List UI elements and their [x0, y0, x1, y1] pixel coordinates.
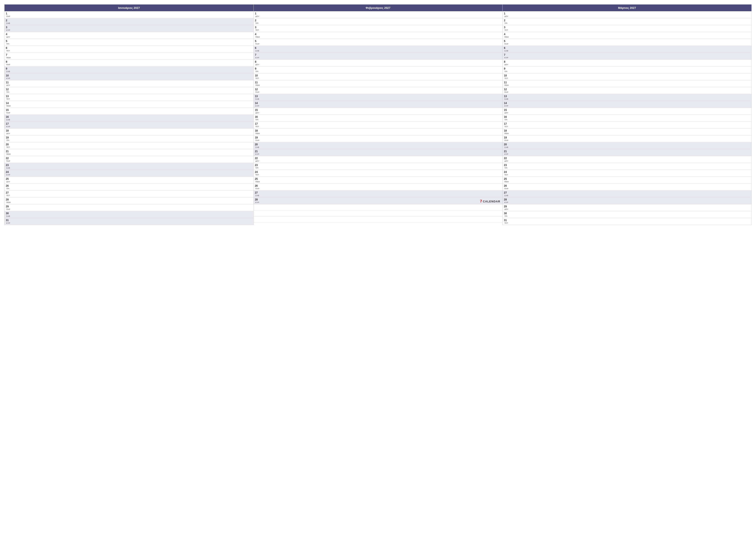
day-name: ΠΑΡ: [504, 139, 750, 141]
day-row: 3ΤΕΤ: [502, 25, 751, 32]
day-content: 27ΣΑΒ: [504, 191, 750, 196]
day-number: 4: [6, 33, 252, 36]
day-name: ΠΕΜ: [504, 132, 750, 135]
day-content: 14ΚΥΡ: [504, 102, 750, 107]
day-content: 9ΣΑΒ: [6, 67, 252, 73]
day-name: ΚΥΡ: [6, 222, 252, 224]
day-name: ΤΕΤ: [6, 146, 252, 148]
day-number: 12: [6, 88, 252, 91]
day-name: ΚΥΡ: [256, 57, 501, 59]
day-name: ΤΡΙ: [256, 22, 501, 24]
day-name: ΤΕΤ: [504, 222, 750, 224]
day-name: ΠΑΡ: [6, 208, 252, 210]
day-name: ΤΡΙ: [504, 22, 750, 24]
day-name: ΤΕΤ: [504, 29, 750, 31]
day-row: 15ΔΕΥ: [502, 108, 751, 115]
day-row: 23ΣΑΒ: [5, 163, 254, 170]
day-number: 25: [6, 177, 252, 180]
day-number: 30: [6, 212, 252, 215]
day-content: 7ΠΕΜ: [6, 53, 252, 59]
day-name: ΔΕΥ: [256, 160, 501, 162]
day-number: 27: [504, 191, 750, 194]
day-row: 10ΤΕΤ: [254, 73, 502, 80]
day-number: 10: [504, 74, 750, 77]
day-row: 23ΤΡΙ: [502, 163, 751, 170]
day-number: 15: [6, 109, 252, 112]
day-content: 2ΤΡΙ: [255, 19, 501, 24]
day-row: 12ΤΡΙ: [5, 87, 254, 94]
day-row: 10ΚΥΡ: [5, 73, 254, 80]
day-number: 22: [6, 157, 252, 160]
day-name: ΔΕΥ: [6, 132, 252, 135]
day-row: 11ΔΕΥ: [5, 80, 254, 87]
day-content: 28ΚΥΡ: [504, 198, 750, 203]
day-name: ΔΕΥ: [504, 64, 750, 66]
day-row: 5ΤΡΙ: [5, 39, 254, 46]
day-name: ΣΑΒ: [6, 22, 252, 24]
day-content: 3ΤΕΤ: [504, 26, 750, 31]
day-number: 8: [6, 60, 252, 63]
day-number: 11: [255, 81, 501, 84]
day-content: 3ΤΕΤ: [255, 26, 501, 31]
day-row: 16ΣΑΒ: [5, 115, 254, 122]
day-row: 15ΔΕΥ: [254, 108, 502, 115]
day-number: 12: [504, 88, 750, 91]
day-number: 16: [6, 115, 252, 118]
day-name: ΠΕΜ: [256, 84, 501, 86]
day-number: 6: [504, 46, 750, 50]
day-number: 15: [255, 109, 501, 112]
day-name: ΠΑΡ: [6, 160, 252, 162]
day-number: 27: [6, 191, 252, 194]
day-number: 13: [255, 95, 501, 98]
day-number: 19: [504, 136, 750, 139]
day-row: 6ΣΑΒ: [502, 46, 751, 53]
day-number: 9: [6, 67, 252, 70]
day-name: ΤΕΤ: [256, 77, 501, 79]
day-name: ΔΕΥ: [504, 15, 750, 17]
day-row: 28ΚΥΡ: [502, 197, 751, 204]
day-row: 26ΠΑΡ: [254, 184, 502, 191]
day-content: 17ΚΥΡ: [6, 122, 252, 128]
day-row: 16ΤΡΙ: [254, 115, 502, 122]
day-number: 22: [255, 157, 501, 160]
day-content: 22ΠΑΡ: [6, 157, 252, 162]
day-name: ΤΕΤ: [6, 98, 252, 100]
day-row: 2ΣΑΒ: [5, 18, 254, 25]
day-number: 18: [504, 129, 750, 132]
day-row: 29ΠΑΡ: [5, 204, 254, 211]
day-row: 4ΠΕΜ: [502, 32, 751, 39]
day-row: 9ΤΡΙ: [502, 66, 751, 73]
day-row: 16ΤΡΙ: [502, 115, 751, 122]
day-number: 20: [255, 143, 501, 146]
day-content: 2ΤΡΙ: [504, 19, 750, 24]
day-content: 9ΤΡΙ: [504, 67, 750, 73]
day-content: 25ΠΕΜ: [255, 177, 501, 183]
month-header-february: Φεβρουάριος 2027: [254, 5, 502, 12]
day-number: 13: [504, 95, 750, 98]
day-content: 7ΚΥΡ: [255, 53, 501, 59]
day-number: 5: [255, 39, 501, 43]
day-content: 31ΚΥΡ: [6, 219, 252, 224]
day-content: 6ΤΕΤ: [6, 46, 252, 52]
day-content: 5ΠΑΡ: [504, 39, 750, 45]
day-number: 16: [504, 115, 750, 118]
day-number: 29: [6, 205, 252, 208]
day-content: 15ΔΕΥ: [504, 109, 750, 114]
day-name: ΠΑΡ: [256, 91, 501, 93]
day-content: 21ΠΕΜ: [6, 150, 252, 155]
day-number: 28: [6, 198, 252, 201]
day-row: 14ΚΥΡ: [254, 101, 502, 108]
day-content: 12ΠΑΡ: [255, 88, 501, 93]
day-name: ΣΑΒ: [6, 70, 252, 73]
day-number: 11: [504, 81, 750, 84]
day-name: ΚΥΡ: [504, 201, 750, 203]
day-number: 27: [255, 191, 501, 194]
day-content: 25ΔΕΥ: [6, 177, 252, 183]
day-content: 28ΚΥΡ: [255, 198, 501, 203]
day-content: 21ΚΥΡ: [504, 150, 750, 155]
day-row: 27ΣΑΒ: [502, 191, 751, 197]
day-name: ΠΑΡ: [6, 64, 252, 66]
day-number: 19: [6, 136, 252, 139]
day-name: ΠΕΜ: [256, 181, 501, 183]
day-content: 19ΤΡΙ: [6, 136, 252, 141]
